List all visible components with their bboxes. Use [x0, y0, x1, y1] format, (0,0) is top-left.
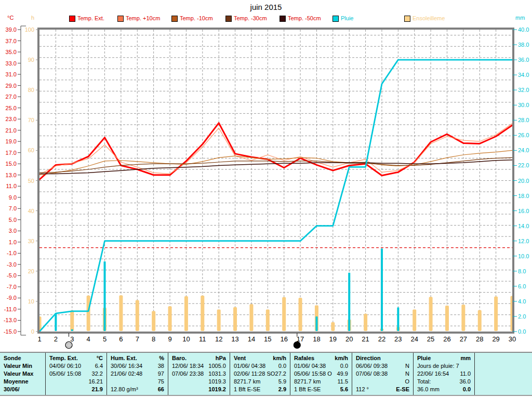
cell-text: 1 Bft E-SE: [294, 386, 321, 393]
day-label-8: 8: [152, 335, 155, 343]
cell-text: 30/06/ 16:34: [111, 362, 142, 370]
table-cell-row-2: 07/06/ 23:381031.3: [168, 370, 230, 378]
mm-tick-label: 38.0: [518, 42, 529, 48]
day-label-28: 28: [476, 335, 483, 343]
table-column-vent: Ventkm/h01/06/ 04:380.002/06/ 11:28 SO27…: [230, 353, 290, 395]
cell-value: 5.6: [340, 386, 348, 393]
table-column-sonde: SondeValeur MinValeur MaxMoyenne30/06/: [0, 353, 45, 395]
table-cell-row-4: 112 °E-SE: [352, 386, 413, 393]
sunshine-bar-day-17: [299, 298, 302, 331]
table-cell-row-1: 30/06/ 16:3438: [107, 362, 168, 370]
day-label-4: 4: [87, 335, 90, 343]
cell-value: 0.0: [463, 386, 471, 393]
table-cell-row-4: 12.80 g/m³66: [107, 386, 168, 393]
series-line-6: [39, 60, 512, 332]
table-cell-row-1: 01/06/ 04:380.0: [290, 362, 352, 370]
cell-text: 04/06/ 06:10: [49, 362, 81, 370]
cell-value: N: [405, 362, 409, 370]
table-column-hum-ext-: Hum. Ext.%30/06/ 16:343821/06/ 02:489775…: [107, 353, 168, 395]
column-title: Hum. Ext.: [111, 354, 137, 362]
table-cell-row-4: 21.9: [46, 386, 107, 393]
sunshine-bar-day-11: [201, 296, 204, 331]
sunshine-bar-day-14: [249, 304, 253, 331]
sunshine-bar-day-6: [119, 295, 123, 331]
celsius-tick-label: -7.0: [7, 284, 17, 290]
cell-text: 06/06/ 09:38: [356, 362, 388, 370]
table-column-header: Sonde: [0, 354, 45, 362]
table-cell-row-2: 07/06/ 08:38N: [352, 370, 413, 378]
column-unit: km/h: [273, 354, 286, 362]
column-unit: mm: [460, 354, 471, 362]
celsius-tick-label: 29.0: [6, 83, 17, 89]
table-cell-row-4: 1 Bft E-SE5.6: [290, 386, 352, 393]
cell-text: 22/06/ 16:54: [417, 370, 449, 378]
day-label-29: 29: [492, 335, 499, 343]
day-label-16: 16: [280, 335, 287, 343]
table-cell-row-4: 36.0 mm0.0: [414, 386, 474, 393]
table-cell-row-1: Jours de pluie: 7: [414, 362, 474, 370]
sunshine-bar-day-15: [266, 310, 270, 331]
celsius-tick-label: 11.0: [6, 183, 17, 189]
table-column-header: Direction: [352, 354, 413, 362]
table-cell-row-4: 30/06/: [0, 386, 45, 393]
cell-value: 38: [158, 362, 164, 370]
column-unit: °C: [97, 354, 103, 362]
cell-value: 36.0: [460, 378, 471, 386]
day-label-18: 18: [313, 335, 320, 343]
column-title: Baro.: [172, 354, 187, 362]
table-cell-row-2: 21/06/ 02:4897: [107, 370, 168, 378]
table-cell-row-2: 05/06/ 15:0832.2: [46, 370, 107, 378]
hours-tick-label: 30: [28, 238, 34, 244]
mm-tick-label: 14.0: [518, 223, 529, 229]
rain-bar-day-5: [104, 261, 106, 331]
celsius-tick-label: 31.0: [6, 71, 17, 77]
mm-tick-label: 8.0: [518, 268, 526, 274]
cell-text: 36.0 mm: [417, 386, 440, 393]
column-title: Temp. Ext.: [49, 354, 78, 362]
cell-value: 5.9: [278, 378, 286, 386]
table-cell-row-1: 04/06/ 06:106.4: [46, 362, 107, 370]
cell-text: 01/06/ 04:38: [234, 362, 265, 370]
hours-tick-label: 100: [25, 27, 34, 33]
table-column-baro-: Baro.hPa12/06/ 18:341005.007/06/ 23:3810…: [168, 353, 230, 395]
day-label-26: 26: [443, 335, 450, 343]
sunshine-bar-day-7: [136, 300, 139, 331]
column-unit: km/h: [335, 354, 348, 362]
table-cell-row-2: 02/06/ 11:28 SO27.2: [230, 370, 290, 378]
day-label-7: 7: [136, 335, 139, 343]
cell-value: 0.0: [278, 362, 286, 370]
day-label-9: 9: [168, 335, 171, 343]
cell-text: Moyenne: [4, 378, 29, 386]
cell-text: 8271.7 km: [294, 378, 321, 386]
sunshine-bar-day-4: [87, 296, 90, 331]
cell-value: 32.2: [92, 370, 103, 378]
cell-value: 0.0: [340, 362, 348, 370]
cell-text: 05/06/ 15:08: [49, 370, 81, 378]
table-empty-region: [474, 353, 532, 395]
column-title: Pluie: [417, 354, 431, 362]
table-column-header: Hum. Ext.%: [107, 354, 168, 362]
day-label-3: 3: [70, 335, 74, 343]
celsius-tick-label: 9.0: [9, 194, 17, 201]
day-label-22: 22: [378, 335, 385, 343]
table-column-direction: Direction06/06/ 09:38N07/06/ 08:38NO112 …: [352, 353, 413, 395]
chart-plot[interactable]: 39.037.035.033.031.029.027.025.023.021.0…: [0, 0, 532, 352]
sunshine-bar-day-10: [184, 296, 188, 331]
celsius-tick-label: 33.0: [6, 60, 17, 67]
celsius-tick-label: 3.0: [9, 228, 17, 234]
cell-text: 05/06/ 15:58 O: [294, 370, 332, 378]
cell-text: Valeur Max: [4, 370, 33, 378]
hours-tick-label: 20: [28, 268, 34, 274]
cell-value: 97: [158, 370, 164, 378]
cell-text: 21/06/ 02:48: [111, 370, 142, 378]
celsius-tick-label: 35.0: [6, 49, 17, 55]
sunshine-bar-day-9: [168, 306, 172, 331]
sunshine-bar-day-25: [429, 297, 433, 331]
celsius-tick-label: -3.0: [7, 261, 17, 268]
rain-bar-day-18: [315, 316, 317, 331]
hours-tick-label: 70: [28, 117, 34, 123]
table-cell-row-3: 8271.7 km11.5: [290, 378, 352, 386]
cell-value: 1031.3: [208, 370, 226, 378]
cell-text: 07/06/ 23:38: [172, 370, 204, 378]
sunshine-bar-day-16: [282, 297, 286, 331]
